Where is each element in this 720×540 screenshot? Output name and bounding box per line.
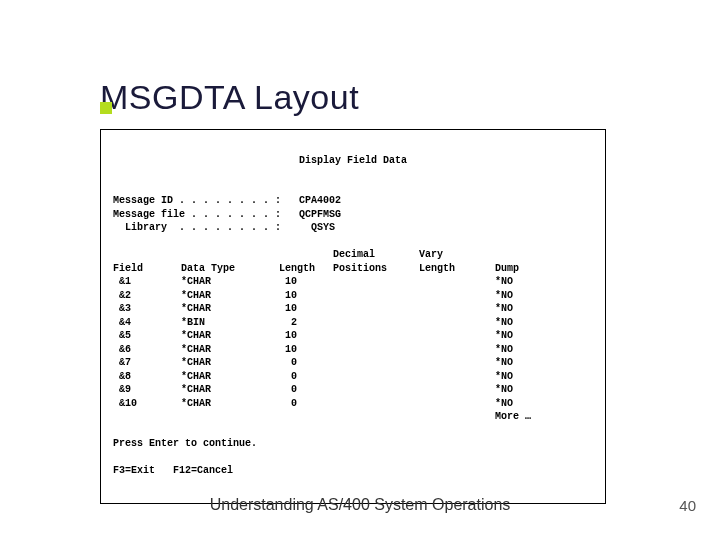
table-row: &4*BIN2*NO <box>113 316 541 330</box>
hdr-row: Library . . . . . . . . : QSYS <box>113 222 335 233</box>
table-row: &3*CHAR10*NO <box>113 302 541 316</box>
slide-footer: Understanding AS/400 System Operations <box>0 496 720 514</box>
table-row: &5*CHAR10*NO <box>113 329 541 343</box>
bullet-accent <box>100 102 112 114</box>
col-header-2: Field Data Type Length Positions Length … <box>113 262 541 276</box>
table-row: &2*CHAR10*NO <box>113 289 541 303</box>
fkey-line: F3=Exit F12=Cancel <box>113 465 233 476</box>
field-table: Decimal Vary Field Data Type Length Posi… <box>113 248 541 424</box>
table-row: &7*CHAR0*NO <box>113 356 541 370</box>
prompt-line: Press Enter to continue. <box>113 438 257 449</box>
table-row: &9*CHAR0*NO <box>113 383 541 397</box>
hdr-row: Message file . . . . . . . : QCPFMSG <box>113 209 341 220</box>
hdr-row: Message ID . . . . . . . . : CPA4002 <box>113 195 341 206</box>
col-header-1: Decimal Vary <box>113 248 541 262</box>
screen-heading: Display Field Data <box>113 154 593 168</box>
terminal-panel: Display Field Data Message ID . . . . . … <box>100 129 606 504</box>
table-row: &8*CHAR0*NO <box>113 370 541 384</box>
slide-title: MSGDTA Layout <box>100 78 660 117</box>
page-number: 40 <box>679 497 696 514</box>
table-row: &10*CHAR0*NO <box>113 397 541 411</box>
table-row: &6*CHAR10*NO <box>113 343 541 357</box>
table-row: &1*CHAR10*NO <box>113 275 541 289</box>
more-row: More … <box>113 410 541 424</box>
